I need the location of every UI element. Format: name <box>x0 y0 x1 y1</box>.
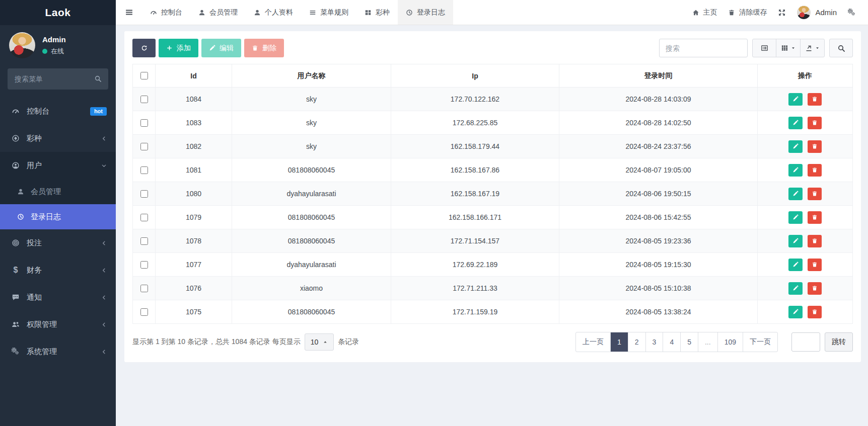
row-checkbox[interactable] <box>140 261 148 269</box>
tab-menu-rules[interactable]: 菜单规则 <box>301 0 356 25</box>
page-button-109[interactable]: 109 <box>717 332 743 352</box>
tab-lottery[interactable]: 彩种 <box>356 0 398 25</box>
row-delete-button[interactable] <box>808 235 822 247</box>
row-delete-button[interactable] <box>808 117 822 129</box>
pencil-icon <box>792 143 799 149</box>
edit-button-label: 编辑 <box>220 44 234 53</box>
page-button-1[interactable]: 1 <box>610 332 628 352</box>
clear-cache-button[interactable]: 清除缓存 <box>728 8 767 17</box>
table-row[interactable]: 1079 081808060045 162.158.166.171 2024-0… <box>133 206 853 229</box>
sidebar-toggle-button[interactable] <box>116 0 142 25</box>
page-button-2[interactable]: 2 <box>628 332 645 352</box>
row-delete-button[interactable] <box>808 164 822 177</box>
columns-button[interactable] <box>776 39 800 57</box>
row-checkbox[interactable] <box>140 190 148 198</box>
row-delete-button[interactable] <box>808 93 822 106</box>
topbar-avatar <box>797 6 811 19</box>
column-header-ip[interactable]: Ip <box>391 64 559 88</box>
row-delete-button[interactable] <box>808 306 822 318</box>
sidebar-subitem-member-management[interactable]: 会员管理 <box>0 179 116 204</box>
row-checkbox[interactable] <box>140 119 148 127</box>
row-delete-button[interactable] <box>808 188 822 200</box>
sidebar-item-user[interactable]: 用户 <box>0 152 116 179</box>
tab-label: 会员管理 <box>209 8 238 17</box>
row-checkbox[interactable] <box>140 285 148 292</box>
user-status: 在线 <box>42 47 66 56</box>
cell-username: dyahayularasati <box>232 253 391 277</box>
tab-login-log[interactable]: 登录日志 <box>398 0 453 25</box>
sidebar-item-notice[interactable]: 通知 <box>0 284 116 311</box>
page-button-4[interactable]: 4 <box>663 332 680 352</box>
table-row[interactable]: 1077 dyahayularasati 172.69.22.189 2024-… <box>133 253 853 277</box>
sidebar-item-permission[interactable]: 权限管理 <box>0 311 116 338</box>
sidebar-item-system[interactable]: 系统管理 <box>0 338 116 365</box>
row-edit-button[interactable] <box>788 164 803 177</box>
row-edit-button[interactable] <box>788 188 803 200</box>
table-row[interactable]: 1081 081808060045 162.158.167.86 2024-08… <box>133 158 853 182</box>
menu-search-input[interactable] <box>8 68 108 90</box>
table-row[interactable]: 1075 081808060045 172.71.159.19 2024-08-… <box>133 300 853 324</box>
page-size-select[interactable]: 10 <box>305 333 334 351</box>
row-delete-button[interactable] <box>808 259 822 271</box>
fullscreen-button[interactable] <box>778 9 786 17</box>
search-button[interactable] <box>829 39 853 57</box>
sidebar-item-label: 投注 <box>27 238 42 248</box>
column-header-username[interactable]: 用户名称 <box>232 64 391 88</box>
select-all-checkbox[interactable] <box>140 72 148 79</box>
table-search-input[interactable] <box>659 39 748 57</box>
row-edit-button[interactable] <box>788 117 803 129</box>
user-menu[interactable]: Admin <box>797 6 837 19</box>
sidebar-subitem-login-log[interactable]: 登录日志 <box>0 204 116 229</box>
table-row[interactable]: 1078 081808060045 172.71.154.157 2024-08… <box>133 229 853 253</box>
row-delete-button[interactable] <box>808 140 822 153</box>
tab-profile[interactable]: 个人资料 <box>246 0 301 25</box>
column-header-login-time[interactable]: 登录时间 <box>559 64 758 88</box>
table-row[interactable]: 1082 sky 162.158.179.44 2024-08-24 23:37… <box>133 135 853 158</box>
row-checkbox[interactable] <box>140 143 148 150</box>
row-edit-button[interactable] <box>788 259 803 271</box>
detail-view-button[interactable] <box>753 39 776 57</box>
row-checkbox[interactable] <box>140 237 148 245</box>
row-edit-button[interactable] <box>788 235 803 247</box>
settings-button[interactable] <box>848 9 856 17</box>
row-delete-button[interactable] <box>808 211 822 224</box>
cell-ip: 172.70.122.162 <box>391 88 559 111</box>
row-edit-button[interactable] <box>788 93 803 106</box>
sidebar-item-finance[interactable]: $ 财务 <box>0 257 116 284</box>
row-edit-button[interactable] <box>788 211 803 224</box>
column-header-id[interactable]: Id <box>156 64 232 88</box>
refresh-button[interactable] <box>132 39 156 57</box>
row-edit-button[interactable] <box>788 282 803 295</box>
tab-label: 登录日志 <box>417 8 445 17</box>
sidebar-item-lottery[interactable]: 彩种 <box>0 125 116 152</box>
home-link[interactable]: 主页 <box>692 8 717 17</box>
page-button-3[interactable]: 3 <box>645 332 663 352</box>
table-row[interactable]: 1084 sky 172.70.122.162 2024-08-28 14:03… <box>133 88 853 111</box>
row-delete-button[interactable] <box>808 282 822 295</box>
page-button-5[interactable]: 5 <box>680 332 698 352</box>
edit-button[interactable]: 编辑 <box>201 39 241 57</box>
row-edit-button[interactable] <box>788 306 803 318</box>
table-row[interactable]: 1080 dyahayularasati 162.158.167.19 2024… <box>133 182 853 206</box>
table-row[interactable]: 1076 xiaomo 172.71.211.33 2024-08-05 15:… <box>133 277 853 300</box>
sidebar-item-console[interactable]: 控制台 hot <box>0 98 116 125</box>
cell-id: 1078 <box>156 229 232 253</box>
row-checkbox[interactable] <box>140 308 148 316</box>
delete-button[interactable]: 删除 <box>244 39 284 57</box>
tab-member-management[interactable]: 会员管理 <box>190 0 246 25</box>
row-checkbox[interactable] <box>140 166 148 174</box>
prev-page-button[interactable]: 上一页 <box>576 332 610 352</box>
jump-button[interactable]: 跳转 <box>825 332 853 352</box>
row-checkbox[interactable] <box>140 214 148 221</box>
user-icon <box>254 9 261 16</box>
table-body: 1084 sky 172.70.122.162 2024-08-28 14:03… <box>133 88 853 324</box>
row-checkbox[interactable] <box>140 96 148 103</box>
tab-console[interactable]: 控制台 <box>142 0 190 25</box>
export-button[interactable] <box>800 39 824 57</box>
row-edit-button[interactable] <box>788 140 803 153</box>
sidebar-item-betting[interactable]: 投注 <box>0 229 116 257</box>
jump-input[interactable] <box>791 332 820 352</box>
table-row[interactable]: 1083 sky 172.68.225.85 2024-08-28 14:02:… <box>133 111 853 135</box>
next-page-button[interactable]: 下一页 <box>743 332 777 352</box>
add-button[interactable]: 添加 <box>159 39 198 57</box>
